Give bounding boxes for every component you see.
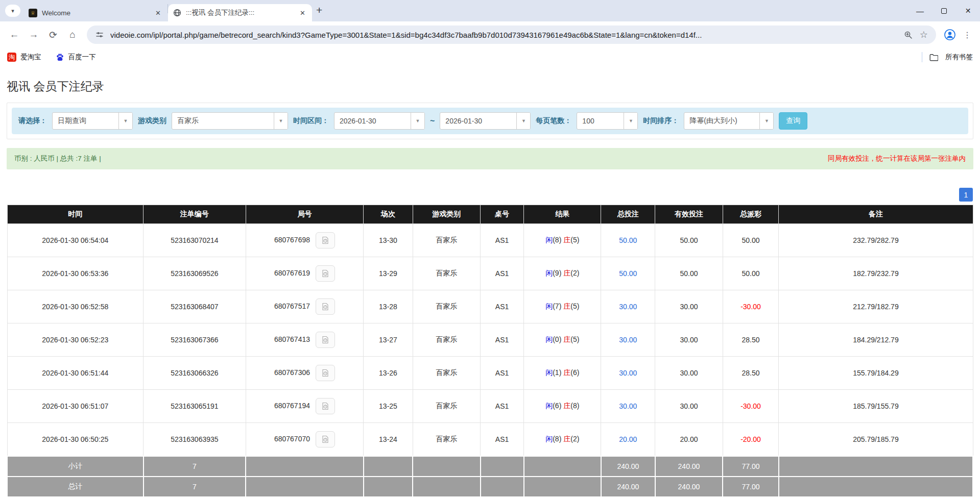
tab-close-icon[interactable]: ✕ xyxy=(297,8,308,18)
col-header-bet-id: 注单编号 xyxy=(144,205,246,224)
page-size-select[interactable]: 100 ▼ xyxy=(577,112,638,130)
video-replay-button[interactable] xyxy=(316,232,335,248)
sort-select[interactable]: 降幂(由大到小) ▼ xyxy=(684,112,774,130)
maximize-button[interactable] xyxy=(932,0,956,21)
profile-avatar[interactable] xyxy=(941,26,959,43)
bookmark-taobao[interactable]: 淘 爱淘宝 xyxy=(7,53,41,62)
video-replay-button[interactable] xyxy=(316,365,335,381)
close-button[interactable]: ✕ xyxy=(956,0,980,21)
mode-select[interactable]: 日期查询 ▼ xyxy=(52,112,133,130)
chevron-down-icon[interactable]: ▼ xyxy=(411,113,424,129)
bet-table-body: 2026-01-30 06:54:04523163070214680767698… xyxy=(7,224,973,457)
cell-note: 182.79/232.79 xyxy=(779,257,973,290)
table-header-row: 时间 注单编号 局号 场次 游戏类别 桌号 结果 总投注 有效投注 总派彩 备注 xyxy=(7,205,973,224)
game-type-select-value: 百家乐 xyxy=(172,113,274,129)
total-bet-link[interactable]: 20.00 xyxy=(619,435,637,443)
result-player-score: (8) xyxy=(553,435,561,443)
date-to-picker[interactable]: 2026-01-30 ▼ xyxy=(440,112,531,130)
chevron-down-icon[interactable]: ▼ xyxy=(516,113,530,129)
video-replay-button[interactable] xyxy=(316,398,335,414)
chevron-down-icon[interactable]: ▼ xyxy=(624,113,637,129)
tab-bet-record[interactable]: :::视讯 会员下注纪录::: ✕ xyxy=(168,4,312,21)
new-tab-button[interactable]: + xyxy=(316,5,322,15)
page-number-button[interactable]: 1 xyxy=(959,188,973,202)
cell-session: 13-29 xyxy=(364,257,413,290)
cell-session: 13-27 xyxy=(364,323,413,357)
chevron-down-icon[interactable]: ▼ xyxy=(759,113,773,129)
bookmarks-bar: 淘 爱淘宝 百度一下 所有书签 xyxy=(0,48,980,66)
cell-result: 闲(7) 庄(5) xyxy=(524,290,601,323)
welcome-favicon-icon: ♕ xyxy=(29,9,37,17)
game-type-select[interactable]: 百家乐 ▼ xyxy=(172,112,288,130)
bookmark-baidu[interactable]: 百度一下 xyxy=(56,53,96,62)
back-button[interactable]: ← xyxy=(5,26,23,44)
cell-total-bet[interactable]: 30.00 xyxy=(601,323,655,357)
result-banker: 庄 xyxy=(563,435,570,443)
cell-bet-id: 523163063935 xyxy=(144,423,246,457)
address-bar[interactable]: videoie.com/ipl/portal.php/game/betrecor… xyxy=(87,26,936,44)
cell-total-bet[interactable]: 30.00 xyxy=(601,290,655,323)
video-replay-button[interactable] xyxy=(316,265,335,282)
result-player-score: (7) xyxy=(553,302,561,310)
result-player: 闲 xyxy=(545,435,553,443)
bookmark-star-icon[interactable]: ☆ xyxy=(920,29,928,40)
video-replay-button[interactable] xyxy=(316,431,335,447)
total-bet-link[interactable]: 50.00 xyxy=(619,269,637,278)
cell-total-bet[interactable]: 30.00 xyxy=(601,357,655,390)
total-bet-link[interactable]: 30.00 xyxy=(619,369,637,377)
date-range-label: 时间区间： xyxy=(293,116,329,126)
browser-menu-button[interactable]: ⋮ xyxy=(960,26,975,43)
col-header-time: 时间 xyxy=(7,205,144,224)
tab-welcome[interactable]: ♕ Welcome ✕ xyxy=(23,4,168,21)
tab-search-button[interactable]: ▾ xyxy=(5,5,20,17)
cell-game-type: 百家乐 xyxy=(413,290,480,323)
tab-title: :::视讯 会员下注纪录::: xyxy=(186,8,293,17)
site-info-icon[interactable] xyxy=(93,28,106,41)
cell-result: 闲(8) 庄(2) xyxy=(524,423,601,457)
total-bet-link[interactable]: 30.00 xyxy=(619,303,637,311)
empty-cell xyxy=(246,477,364,497)
chevron-down-icon[interactable]: ▼ xyxy=(274,113,288,129)
search-button[interactable]: 查询 xyxy=(779,112,807,130)
cell-total-bet[interactable]: 30.00 xyxy=(601,390,655,423)
cell-note: 184.29/212.79 xyxy=(779,323,973,357)
cell-total-bet[interactable]: 50.00 xyxy=(601,224,655,257)
browser-toolbar: ← → ⟳ ⌂ videoie.com/ipl/portal.php/game/… xyxy=(0,21,980,48)
zoom-icon[interactable] xyxy=(904,31,913,39)
total-bet-link[interactable]: 30.00 xyxy=(619,336,637,344)
subtotal-label: 小计 xyxy=(7,456,144,477)
cell-total-bet[interactable]: 50.00 xyxy=(601,257,655,290)
cell-game-type: 百家乐 xyxy=(413,323,480,357)
cell-payout: 28.50 xyxy=(723,323,779,357)
tab-title: Welcome xyxy=(42,9,148,17)
video-replay-button[interactable] xyxy=(316,332,335,348)
cell-session: 13-30 xyxy=(364,224,413,257)
cell-payout: -20.00 xyxy=(723,423,779,457)
cell-result: 闲(6) 庄(8) xyxy=(524,390,601,423)
home-button[interactable]: ⌂ xyxy=(63,26,82,44)
cell-total-bet[interactable]: 20.00 xyxy=(601,423,655,457)
cell-time: 2026-01-30 06:51:07 xyxy=(7,390,144,423)
cell-bet-id: 523163067366 xyxy=(144,323,246,357)
url-text[interactable]: videoie.com/ipl/portal.php/game/betrecor… xyxy=(110,31,899,39)
cell-valid-bet: 30.00 xyxy=(655,323,723,357)
total-bet-link[interactable]: 30.00 xyxy=(619,402,637,410)
tab-close-icon[interactable]: ✕ xyxy=(153,8,163,18)
empty-cell xyxy=(481,456,524,477)
video-replay-button[interactable] xyxy=(316,298,335,315)
payout-value: -30.00 xyxy=(740,303,761,311)
table-row: 2026-01-30 06:51:44523163066326680767306… xyxy=(7,357,973,390)
result-player: 闲 xyxy=(545,302,553,310)
reload-button[interactable]: ⟳ xyxy=(44,26,62,44)
date-from-picker[interactable]: 2026-01-30 ▼ xyxy=(334,112,425,130)
chevron-down-icon[interactable]: ▼ xyxy=(118,113,132,129)
subtotal-valid-bet: 240.00 xyxy=(655,456,723,477)
cell-game-type: 百家乐 xyxy=(413,390,480,423)
window-controls: — ✕ xyxy=(908,0,980,21)
minimize-button[interactable]: — xyxy=(908,0,932,21)
all-bookmarks-label: 所有书签 xyxy=(945,53,973,62)
total-bet-link[interactable]: 50.00 xyxy=(619,236,637,244)
all-bookmarks[interactable]: 所有书签 xyxy=(922,52,973,62)
cell-result: 闲(8) 庄(5) xyxy=(524,224,601,257)
forward-button[interactable]: → xyxy=(25,26,43,44)
